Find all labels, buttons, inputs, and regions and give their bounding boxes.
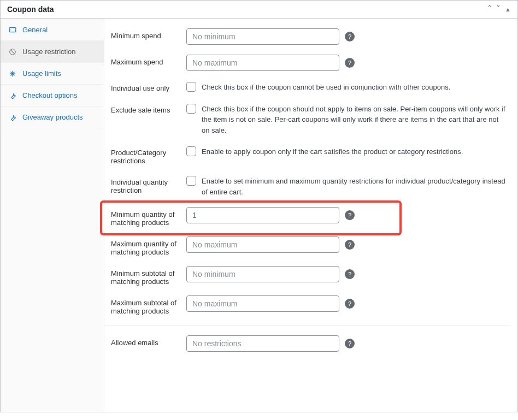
exclude-sale-description: Check this box if the coupon should not …	[202, 103, 511, 136]
individual-qty-restrict-description: Enable to set minimum and maximum quanti…	[202, 175, 511, 197]
form-content: Minimum spend ? Maximum spend ? Individu…	[104, 19, 517, 412]
max-qty-input[interactable]	[186, 236, 339, 253]
prod-cat-restrict-checkbox[interactable]	[186, 146, 196, 156]
coupon-data-panel: Coupon data ˄ ˅ ▲ General Usage restrict…	[0, 0, 518, 412]
panel-header: Coupon data ˄ ˅ ▲	[1, 1, 517, 19]
row-individual-use: Individual use only Check this box if th…	[104, 71, 511, 93]
row-allowed-emails: Allowed emails ?	[104, 326, 511, 352]
row-maximum-spend: Maximum spend ?	[104, 45, 511, 71]
help-icon[interactable]: ?	[345, 32, 355, 42]
help-icon[interactable]: ?	[345, 58, 355, 68]
sidebar-item-label: Checkout options	[22, 91, 77, 99]
minimum-spend-input[interactable]	[186, 28, 339, 45]
allowed-emails-input[interactable]	[186, 335, 339, 352]
prod-cat-restrict-description: Enable to apply coupon only if the cart …	[202, 145, 467, 157]
toggle-collapse-icon[interactable]: ▲	[505, 7, 511, 13]
label-allowed-emails: Allowed emails	[104, 335, 186, 347]
wrench-icon	[8, 114, 17, 121]
row-max-subtotal: Maximum subtotal of matching products ?	[104, 286, 511, 315]
help-icon[interactable]: ?	[345, 299, 355, 309]
label-minimum-spend: Minimum spend	[104, 28, 186, 40]
row-prod-cat-restrict: Product/Category restrictions Enable to …	[104, 135, 511, 165]
max-subtotal-input[interactable]	[186, 295, 339, 312]
individual-use-checkbox[interactable]	[186, 82, 196, 92]
label-individual-use: Individual use only	[104, 81, 186, 92]
sidebar: General Usage restriction Usage limits C…	[1, 19, 104, 412]
sidebar-item-usage-restriction[interactable]: Usage restriction	[1, 41, 104, 63]
row-exclude-sale: Exclude sale items Check this box if the…	[104, 93, 511, 136]
svg-line-1	[10, 49, 15, 54]
wrench-icon	[8, 92, 17, 99]
sidebar-item-usage-limits[interactable]: Usage limits	[1, 63, 104, 85]
sidebar-item-label: Usage restriction	[22, 48, 76, 56]
panel-title: Coupon data	[7, 5, 54, 14]
help-icon[interactable]: ?	[345, 240, 355, 250]
sidebar-item-label: General	[22, 26, 48, 34]
label-max-subtotal: Maximum subtotal of matching products	[104, 295, 186, 315]
label-exclude-sale: Exclude sale items	[104, 103, 186, 114]
maximum-spend-input[interactable]	[186, 55, 339, 71]
panel-controls: ˄ ˅ ▲	[487, 5, 511, 14]
move-down-icon[interactable]: ˅	[496, 5, 501, 14]
row-min-subtotal: Minimum subtotal of matching products ?	[104, 256, 511, 286]
ticket-icon	[8, 25, 17, 34]
sidebar-item-label: Usage limits	[22, 69, 61, 78]
row-individual-qty-restrict: Individual quantity restriction Enable t…	[104, 165, 511, 197]
label-prod-cat-restrict: Product/Category restrictions	[104, 145, 186, 165]
individual-use-description: Check this box if the coupon cannot be u…	[202, 81, 455, 93]
row-min-qty: Minimum quantity of matching products ?	[104, 197, 511, 227]
sidebar-item-label: Giveaway products	[22, 113, 83, 121]
exclude-sale-checkbox[interactable]	[186, 104, 196, 114]
label-maximum-spend: Maximum spend	[104, 55, 186, 66]
help-icon[interactable]: ?	[345, 210, 355, 220]
label-min-subtotal: Minimum subtotal of matching products	[104, 266, 186, 286]
label-individual-qty-restrict: Individual quantity restriction	[104, 175, 186, 194]
sidebar-item-giveaway-products[interactable]: Giveaway products	[1, 107, 104, 128]
move-up-icon[interactable]: ˄	[487, 5, 492, 14]
help-icon[interactable]: ?	[345, 339, 355, 348]
min-qty-input[interactable]	[186, 207, 339, 223]
block-icon	[8, 48, 17, 56]
row-minimum-spend: Minimum spend ?	[104, 19, 511, 45]
panel-body: General Usage restriction Usage limits C…	[1, 19, 517, 412]
sidebar-item-general[interactable]: General	[1, 19, 104, 41]
sidebar-item-checkout-options[interactable]: Checkout options	[1, 85, 104, 107]
help-icon[interactable]: ?	[345, 269, 355, 279]
label-min-qty: Minimum quantity of matching products	[104, 207, 186, 227]
row-max-qty: Maximum quantity of matching products ?	[104, 227, 511, 256]
label-max-qty: Maximum quantity of matching products	[104, 236, 186, 256]
min-subtotal-input[interactable]	[186, 266, 339, 282]
individual-qty-restrict-checkbox[interactable]	[186, 176, 196, 186]
limits-icon	[8, 70, 17, 78]
